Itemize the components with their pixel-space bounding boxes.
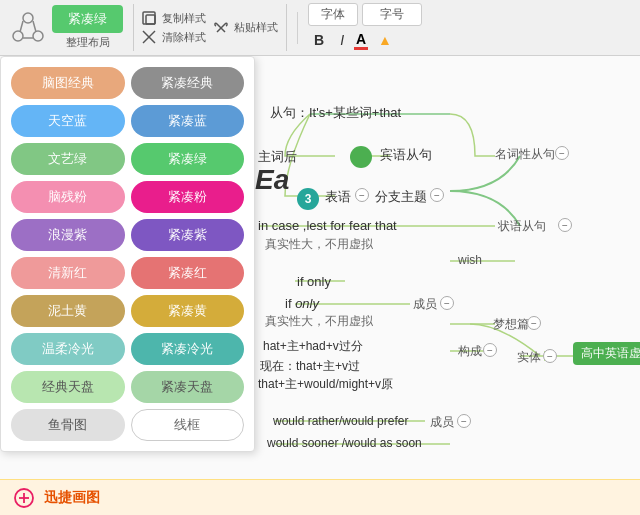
theme-classic-teal[interactable]: 经典天盘 bbox=[11, 371, 125, 403]
theme-tight-teal[interactable]: 紧凑天盘 bbox=[131, 371, 245, 403]
logo-section: 紧凑绿 整理布局 bbox=[8, 4, 134, 51]
theme-button[interactable]: 紧凑绿 bbox=[52, 5, 123, 33]
collapse-construct[interactable]: − bbox=[483, 343, 497, 357]
conditional-clause-node[interactable]: 状语从句 bbox=[498, 218, 546, 235]
svg-point-2 bbox=[33, 31, 43, 41]
font-size-label[interactable]: 字号 bbox=[362, 3, 422, 26]
app-name-label: 迅捷画图 bbox=[44, 489, 100, 507]
node-circle-3[interactable]: 3 bbox=[297, 188, 319, 210]
collapse-noun-clause[interactable]: − bbox=[555, 146, 569, 160]
would-sooner-node[interactable]: would sooner /would as soon bbox=[267, 436, 422, 450]
high-english-node[interactable]: 高中英语虚 bbox=[573, 342, 640, 365]
theme-mud-yellow[interactable]: 泥土黄 bbox=[11, 295, 125, 327]
member-node[interactable]: 成员 bbox=[413, 296, 437, 313]
theme-fresh-red[interactable]: 清新红 bbox=[11, 257, 125, 289]
font-color-bar bbox=[354, 47, 368, 50]
theme-tight-cool[interactable]: 紧凑冷光 bbox=[131, 333, 245, 365]
main-area: 脑图经典 紧凑经典 天空蓝 紧凑蓝 文艺绿 紧凑绿 脑残粉 紧凑粉 浪漫紫 紧凑… bbox=[0, 56, 640, 515]
entity-node[interactable]: 实体 bbox=[517, 349, 541, 366]
font-section: 字体 字号 B I A ▲ bbox=[308, 4, 430, 51]
theme-sky-blue[interactable]: 天空蓝 bbox=[11, 105, 125, 137]
theme-panel: 脑图经典 紧凑经典 天空蓝 紧凑蓝 文艺绿 紧凑绿 脑残粉 紧凑粉 浪漫紫 紧凑… bbox=[0, 56, 255, 452]
theme-artistic-green[interactable]: 文艺绿 bbox=[11, 143, 125, 175]
theme-tight-yellow[interactable]: 紧凑黄 bbox=[131, 295, 245, 327]
collapse-subject[interactable]: − bbox=[355, 188, 369, 202]
wish-node[interactable]: if only bbox=[297, 274, 331, 289]
scissors-icon bbox=[212, 19, 230, 37]
construct-node[interactable]: 构成 bbox=[458, 343, 482, 360]
theme-fishbone[interactable]: 鱼骨图 bbox=[11, 409, 125, 441]
clear-style-label[interactable]: 清除样式 bbox=[162, 30, 206, 45]
app-logo bbox=[8, 8, 48, 48]
theme-tight-red[interactable]: 紧凑红 bbox=[131, 257, 245, 289]
add-icon[interactable] bbox=[12, 486, 36, 510]
theme-tight-classic[interactable]: 紧凑经典 bbox=[131, 67, 245, 99]
svg-line-3 bbox=[20, 21, 23, 32]
that-past-node[interactable]: 现在：that+主+v过 bbox=[260, 358, 360, 375]
if-only-node[interactable]: if only bbox=[285, 296, 319, 311]
theme-warm-cool[interactable]: 温柔冷光 bbox=[11, 333, 125, 365]
mindmap-canvas: Ea 从句：It's+某些词+that 宾语从句 名词性从句 − 主词后 3 表… bbox=[255, 56, 640, 479]
theme-tight-purple[interactable]: 紧凑紫 bbox=[131, 219, 245, 251]
would-rather-node[interactable]: would rather/would prefer bbox=[273, 414, 408, 428]
structure-node[interactable]: wish bbox=[458, 253, 482, 267]
branch-topic-node[interactable]: 分支主题 bbox=[375, 188, 427, 206]
theme-tight-blue[interactable]: 紧凑蓝 bbox=[131, 105, 245, 137]
copy-style-icon bbox=[140, 9, 158, 27]
svg-rect-6 bbox=[143, 12, 155, 24]
node-circle-2[interactable] bbox=[350, 146, 372, 168]
svg-line-4 bbox=[33, 21, 36, 32]
toolbar: 紧凑绿 整理布局 复制样式 清除样式 粘贴样式 bbox=[0, 0, 640, 56]
would-might-node[interactable]: that+主+would/might+v原 bbox=[258, 376, 393, 393]
collapse-entity[interactable]: − bbox=[543, 349, 557, 363]
collapse-dream[interactable]: − bbox=[527, 316, 541, 330]
style-section: 复制样式 清除样式 粘贴样式 bbox=[140, 4, 287, 51]
font-color-btn[interactable]: A bbox=[354, 31, 368, 50]
dream-node[interactable]: 梦想篇 bbox=[493, 316, 529, 333]
collapse-branch[interactable]: − bbox=[430, 188, 444, 202]
collapse-member[interactable]: − bbox=[440, 296, 454, 310]
in-case-node[interactable]: in case ,lest for fear that bbox=[258, 218, 397, 233]
svg-point-1 bbox=[13, 31, 23, 41]
had-past-node[interactable]: hat+主+had+v过分 bbox=[263, 338, 363, 355]
it-clause-node[interactable]: 从句：It's+某些词+that bbox=[270, 104, 401, 122]
paste-style-label[interactable]: 粘贴样式 bbox=[234, 20, 278, 35]
svg-point-0 bbox=[23, 13, 33, 23]
theme-tight-green[interactable]: 紧凑绿 bbox=[131, 143, 245, 175]
theme-romantic-purple[interactable]: 浪漫紫 bbox=[11, 219, 125, 251]
appositive-node[interactable]: 宾语从句 bbox=[380, 146, 432, 164]
clear-style-icon bbox=[140, 28, 158, 46]
theme-brain-classic[interactable]: 脑图经典 bbox=[11, 67, 125, 99]
divider1 bbox=[297, 12, 298, 44]
bottom-bar: 迅捷画图 bbox=[0, 479, 640, 515]
collapse-member2[interactable]: − bbox=[457, 414, 471, 428]
arrange-layout-btn[interactable]: 整理布局 bbox=[66, 35, 110, 50]
subject-after-node[interactable]: 主词后 bbox=[258, 148, 297, 166]
theme-brain-pink[interactable]: 脑残粉 bbox=[11, 181, 125, 213]
svg-rect-7 bbox=[146, 15, 155, 24]
font-family-label[interactable]: 字体 bbox=[308, 3, 358, 26]
ea-text: Ea bbox=[255, 164, 289, 196]
true-dummy-node[interactable]: 真实性大，不用虚拟 bbox=[265, 236, 373, 253]
highlight-button[interactable]: ▲ bbox=[372, 28, 398, 52]
true-dummy2-node[interactable]: 真实性大，不用虚拟 bbox=[265, 313, 373, 330]
theme-outline[interactable]: 线框 bbox=[131, 409, 245, 441]
collapse-conditional[interactable]: − bbox=[558, 218, 572, 232]
theme-tight-pink[interactable]: 紧凑粉 bbox=[131, 181, 245, 213]
member2-node[interactable]: 成员 bbox=[430, 414, 454, 431]
bold-button[interactable]: B bbox=[308, 28, 330, 52]
subject-branch-node[interactable]: 表语 bbox=[325, 188, 351, 206]
copy-style-label[interactable]: 复制样式 bbox=[162, 11, 206, 26]
noun-clause-node[interactable]: 名词性从句 bbox=[495, 146, 555, 163]
italic-button[interactable]: I bbox=[334, 28, 350, 52]
